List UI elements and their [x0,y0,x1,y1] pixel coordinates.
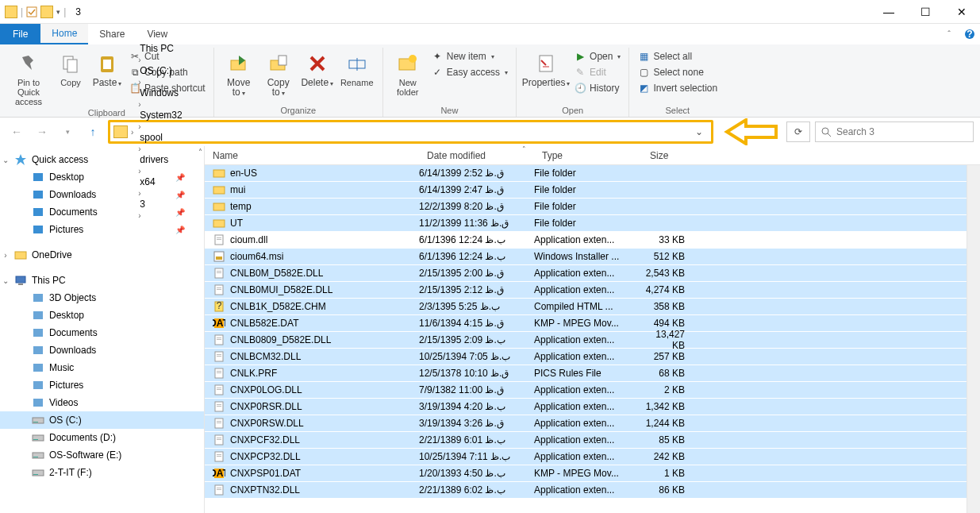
navigation-pane[interactable]: ˄ ⌄ Quick access Desktop📌Downloads📌Docum… [0,146,205,513]
help-button[interactable]: ? [959,24,980,44]
file-row[interactable]: CNXP0LOG.DLL7/9/1382 11:00 ق.ظApplicatio… [205,382,967,399]
nav-item[interactable]: Downloads📌 [0,186,204,203]
checkbox-icon[interactable] [26,6,37,17]
nav-item[interactable]: Desktop📌 [0,168,204,186]
breadcrumb-item[interactable]: This PC [136,43,185,54]
file-list[interactable]: en-US6/14/1399 2:52 ق.ظFile foldermui6/1… [205,165,967,513]
chevron-up-icon[interactable]: ˄ [198,148,202,156]
rename-button[interactable]: Rename [338,48,376,87]
properties-button[interactable]: Properties▾ [523,48,569,89]
file-row[interactable]: CNXPCP32.DLL10/25/1394 7:11 ب.ظApplicati… [205,449,967,465]
file-row[interactable]: en-US6/14/1399 2:52 ق.ظFile folder [205,165,967,182]
chevron-down-icon[interactable]: ⌄ [2,156,10,164]
breadcrumb[interactable]: › This PC›OS (C:)›Windows›System32›spool… [108,120,713,144]
paste-button[interactable]: Paste▾ [90,48,124,89]
file-row[interactable]: DATCNXPSP01.DAT1/20/1393 4:50 ب.ظKMP - M… [205,465,967,482]
col-name[interactable]: Name [205,150,419,161]
col-type[interactable]: Type [534,150,642,161]
search-input[interactable] [815,122,974,142]
nav-item[interactable]: OS (C:) [0,411,204,429]
chevron-right-icon[interactable]: › [2,251,10,260]
file-row[interactable]: CNXP0RSR.DLL3/19/1394 4:20 ب.ظApplicatio… [205,399,967,415]
select-all-button[interactable]: ▦Select all [636,49,719,64]
file-row[interactable]: CNLBCM32.DLL10/25/1394 7:05 ب.ظApplicati… [205,349,967,365]
up-button[interactable]: ↑ [83,122,103,142]
open-button[interactable]: ▶Open▾ [572,49,622,64]
file-row[interactable]: CNXPCF32.DLL2/21/1389 6:01 ب.ظApplicatio… [205,432,967,449]
file-row[interactable]: cioum.dll6/1/1396 12:24 ب.ظApplication e… [205,232,967,249]
history-button[interactable]: 🕘History [572,81,622,95]
nav-item[interactable]: OS-Software (E:) [0,446,204,464]
minimize-button[interactable]: — [870,0,907,24]
chevron-right-icon[interactable]: › [136,122,142,131]
move-to-button[interactable]: Move to▾ [221,48,257,98]
col-date[interactable]: Date modified [419,150,534,161]
nav-item[interactable]: Documents [0,324,204,341]
file-tab[interactable]: File [0,24,40,44]
nav-item[interactable]: Documents (D:) [0,429,204,446]
nav-item[interactable]: Documents📌 [0,203,204,221]
breadcrumb-item[interactable]: Windows [136,87,185,98]
file-row[interactable]: CNLB0M_D582E.DLL2/15/1395 2:00 ق.ظApplic… [205,265,967,282]
nav-item[interactable]: Downloads [0,341,204,359]
file-row[interactable]: mui6/14/1399 2:47 ق.ظFile folder [205,182,967,199]
nav-item[interactable]: Music [0,359,204,376]
file-row[interactable]: cioum64.msi6/1/1396 12:24 ب.ظWindows Ins… [205,249,967,265]
breadcrumb-item[interactable]: spool [136,132,185,143]
new-folder-button[interactable]: New folder [390,48,426,97]
maximize-button[interactable]: ☐ [907,0,943,24]
collapse-ribbon-button[interactable]: ˆ [939,24,959,44]
refresh-button[interactable]: ⟳ [786,122,810,142]
close-button[interactable]: ✕ [943,0,980,24]
search-field[interactable] [836,126,968,137]
tab-share[interactable]: Share [88,24,136,44]
col-size[interactable]: Size [642,150,698,161]
nav-item[interactable]: Pictures [0,376,204,394]
chevron-right-icon[interactable]: › [129,128,135,137]
pin-quick-access-button[interactable]: Pin to Quick access [6,48,51,106]
select-none-button[interactable]: ▢Select none [636,65,719,79]
file-row[interactable]: UT11/2/1399 11:36 ق.ظFile folder [205,215,967,232]
tab-home[interactable]: Home [40,24,88,44]
svg-rect-24 [33,294,43,302]
nav-onedrive[interactable]: › OneDrive [0,246,204,264]
chevron-right-icon[interactable]: › [136,56,142,64]
file-row[interactable]: ?CNLB1K_D582E.CHM2/3/1395 5:25 ب.ظCompil… [205,299,967,315]
file-row[interactable]: CNLB0MUI_D582E.DLL2/15/1395 2:12 ق.ظAppl… [205,282,967,299]
chevron-down-icon[interactable]: ⌄ [2,276,10,285]
address-dropdown[interactable]: ⌄ [690,126,708,137]
nav-item[interactable]: Pictures📌 [0,221,204,238]
copy-button[interactable]: Copy [54,48,87,87]
delete-button[interactable]: Delete▾ [300,48,335,89]
nav-item[interactable]: Desktop [0,307,204,324]
file-row[interactable]: CNXPTN32.DLL2/21/1389 6:02 ب.ظApplicatio… [205,482,967,499]
column-headers[interactable]: ˄ Name Date modified Type Size [205,146,980,165]
recent-locations-button[interactable]: ▾ [57,122,78,142]
back-button[interactable]: ← [6,122,27,142]
nav-quick-access[interactable]: ⌄ Quick access [0,151,204,168]
file-row[interactable]: DATCNLB582E.DAT11/6/1394 4:15 ق.ظKMP - M… [205,315,967,332]
scrollbar[interactable] [967,165,980,513]
new-item-button[interactable]: ✦New item▾ [429,49,509,64]
folder-icon[interactable] [40,6,53,18]
copy-to-button[interactable]: Copy to▾ [260,48,297,98]
easy-access-button[interactable]: ✓Easy access▾ [429,65,509,79]
tab-view[interactable]: View [136,24,179,44]
chevron-right-icon[interactable]: › [136,78,142,87]
invert-selection-button[interactable]: ◩Invert selection [636,81,719,95]
nav-item[interactable]: 3D Objects [0,289,204,307]
nav-item[interactable]: Videos [0,394,204,411]
qat-dropdown[interactable]: ▾ [56,8,60,16]
file-row[interactable]: CNXP0RSW.DLL3/19/1394 3:26 ق.ظApplicatio… [205,415,967,432]
chevron-right-icon[interactable]: › [136,100,142,109]
drive-icon [32,449,44,461]
nav-this-pc[interactable]: ⌄ This PC [0,272,204,289]
file-row[interactable]: temp12/2/1399 8:20 ق.ظFile folder [205,199,967,215]
breadcrumb-item[interactable]: System32 [136,110,185,121]
breadcrumb-item[interactable]: OS (C:) [136,65,185,76]
edit-button[interactable]: ✎Edit [572,65,622,79]
file-row[interactable]: CNLK.PRF12/5/1378 10:10 ق.ظPICS Rules Fi… [205,365,967,382]
file-row[interactable]: CNLB0809_D582E.DLL2/15/1395 2:09 ب.ظAppl… [205,332,967,349]
forward-button[interactable]: → [32,122,52,142]
nav-item[interactable]: 2-T-IT (F:) [0,464,204,481]
